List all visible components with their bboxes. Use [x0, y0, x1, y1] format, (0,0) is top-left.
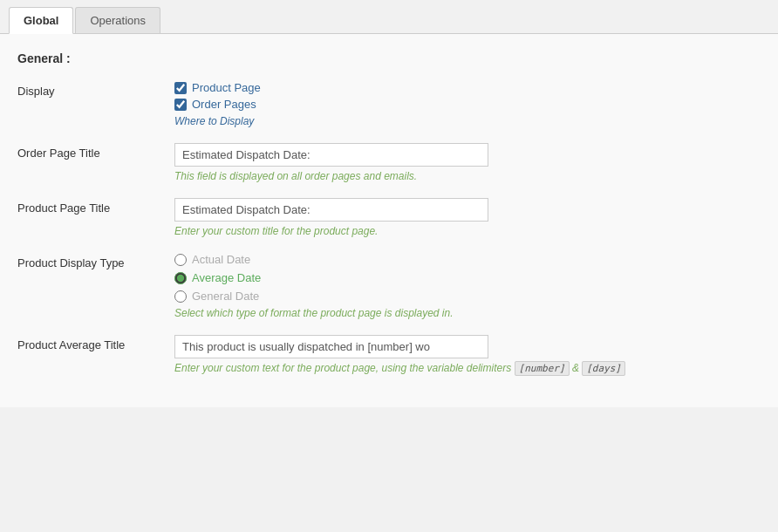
product-average-title-label: Product Average Title	[17, 335, 174, 351]
product-average-title-row: Product Average Title Enter your custom …	[17, 335, 761, 374]
product-average-title-input[interactable]	[174, 335, 488, 358]
order-page-title-label: Order Page Title	[17, 143, 174, 160]
display-label: Display	[17, 81, 174, 98]
product-page-title-label: Product Page Title	[17, 198, 174, 215]
var1-code: [number]	[515, 361, 570, 376]
settings-content: General : Display Product Page Order Pag…	[0, 34, 778, 407]
order-page-title-input[interactable]	[174, 143, 488, 167]
tab-global[interactable]: Global	[9, 7, 73, 34]
section-title: General :	[17, 51, 761, 65]
product-average-title-field: Enter your custom text for the product p…	[174, 335, 761, 374]
product-page-checkbox-item[interactable]: Product Page	[174, 81, 761, 94]
product-page-title-hint: Enter your custom title for the product …	[174, 225, 761, 237]
order-page-title-field: This field is displayed on all order pag…	[174, 143, 761, 182]
general-date-radio-item[interactable]: General Date	[174, 290, 761, 303]
product-page-title-row: Product Page Title Enter your custom tit…	[17, 198, 761, 237]
display-checkbox-group: Product Page Order Pages	[174, 81, 761, 111]
order-page-title-row: Order Page Title This field is displayed…	[17, 143, 761, 182]
product-display-type-row: Product Display Type Actual Date Average…	[17, 253, 761, 319]
order-pages-checkbox[interactable]	[174, 99, 187, 111]
product-display-type-hint: Select which type of format the product …	[174, 307, 761, 319]
order-pages-checkbox-item[interactable]: Order Pages	[174, 98, 761, 111]
actual-date-radio-item[interactable]: Actual Date	[174, 253, 761, 266]
actual-date-label: Actual Date	[192, 253, 250, 266]
var2-code: [days]	[582, 361, 625, 376]
tab-operations[interactable]: Operations	[75, 7, 160, 33]
product-display-type-label: Product Display Type	[17, 253, 174, 269]
actual-date-radio[interactable]	[174, 254, 187, 266]
display-field: Product Page Order Pages Where to Displa…	[174, 81, 761, 127]
order-page-title-hint: This field is displayed on all order pag…	[174, 170, 761, 182]
product-page-label: Product Page	[192, 81, 261, 94]
tabs-container: Global Operations	[0, 0, 778, 34]
product-display-type-field: Actual Date Average Date General Date Se…	[174, 253, 761, 319]
display-hint: Where to Display	[174, 115, 761, 127]
average-date-radio-item[interactable]: Average Date	[174, 271, 761, 284]
product-page-checkbox[interactable]	[174, 82, 187, 94]
display-row: Display Product Page Order Pages Where t…	[17, 81, 761, 127]
product-page-title-input[interactable]	[174, 198, 488, 222]
product-average-title-hint: Enter your custom text for the product p…	[174, 362, 761, 374]
product-display-type-radio-group: Actual Date Average Date General Date	[174, 253, 761, 303]
order-pages-label: Order Pages	[192, 98, 256, 111]
general-date-label: General Date	[192, 290, 259, 303]
general-date-radio[interactable]	[174, 290, 187, 303]
average-date-radio[interactable]	[174, 272, 187, 284]
average-date-label: Average Date	[192, 271, 261, 284]
product-page-title-field: Enter your custom title for the product …	[174, 198, 761, 237]
